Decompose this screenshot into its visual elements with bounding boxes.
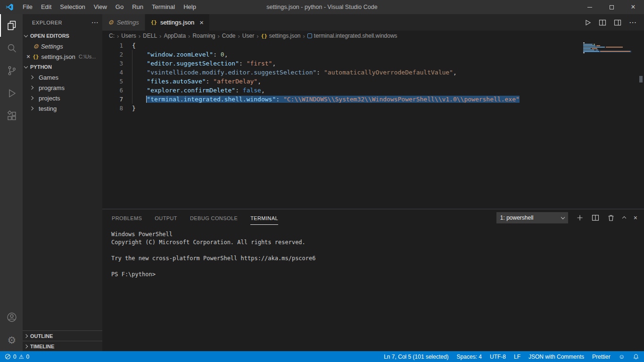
open-editor-item-settings-json[interactable]: × {} settings.json C:\Us... <box>23 51 102 62</box>
more-actions-icon[interactable]: ⋯ <box>629 19 636 26</box>
menu-terminal[interactable]: Terminal <box>148 0 179 14</box>
terminal-line <box>111 247 644 255</box>
code-editor[interactable]: 1{2 "window.zoomLevel": 0,3 "editor.sugg… <box>102 41 644 209</box>
feedback-icon[interactable]: ☺ <box>619 354 625 360</box>
folder-item-testing[interactable]: testing <box>23 103 102 114</box>
activity-accounts-button[interactable] <box>0 306 23 329</box>
close-button[interactable]: × <box>622 0 644 14</box>
breadcrumb-item[interactable]: terminal.integrated.shell.windows <box>314 33 397 39</box>
breadcrumb-item[interactable]: Users <box>121 33 136 39</box>
code-line[interactable]: 7 "terminal.integrated.shell.windows": "… <box>102 95 644 104</box>
activity-run-debug-button[interactable] <box>0 82 23 105</box>
menu-go[interactable]: Go <box>111 0 128 14</box>
folder-item-games[interactable]: Games <box>23 72 102 82</box>
scrollbar-decoration[interactable] <box>639 76 643 82</box>
terminal-output[interactable]: Windows PowerShellCopyright (C) Microsof… <box>102 226 644 351</box>
explorer-sidebar: EXPLORER ⋯ OPEN EDITORS ⚙ Settings × {} … <box>23 14 102 351</box>
code-line[interactable]: 3 "editor.suggestSelection": "first", <box>102 59 644 68</box>
activity-search-button[interactable] <box>0 37 23 59</box>
terminal-picker[interactable]: 1: powershell <box>496 212 568 223</box>
editor-layout-icon[interactable] <box>614 19 621 26</box>
menu-file[interactable]: File <box>18 0 37 14</box>
code-token: "explorer.confirmDelete" <box>147 87 235 94</box>
minimize-button[interactable] <box>579 0 601 14</box>
breadcrumb-item[interactable]: DELL <box>143 33 157 39</box>
tab-settings[interactable]: ⚙ Settings <box>102 14 145 31</box>
split-terminal-icon[interactable] <box>592 214 599 222</box>
code-token: : <box>206 78 214 85</box>
tab-label: settings.json <box>160 19 194 26</box>
menu-view[interactable]: View <box>90 0 111 14</box>
terminal-line: Copyright (C) Microsoft Corporation. All… <box>111 239 644 247</box>
breadcrumb-item[interactable]: C: <box>109 33 115 39</box>
breadcrumb-item[interactable]: Roaming <box>192 33 215 39</box>
tab-terminal[interactable]: TERMINAL <box>250 211 278 225</box>
kill-terminal-icon[interactable] <box>607 214 615 222</box>
code-token: , <box>272 60 276 67</box>
activity-extensions-button[interactable] <box>0 105 23 127</box>
close-panel-icon[interactable]: × <box>634 214 637 221</box>
encoding[interactable]: UTF-8 <box>490 354 506 360</box>
new-terminal-icon[interactable] <box>576 214 584 222</box>
breadcrumb-item[interactable]: Code <box>222 33 236 39</box>
cursor-position[interactable]: Ln 7, Col 5 (101 selected) <box>384 354 448 360</box>
timeline-section-header[interactable]: TIMELINE <box>23 341 102 351</box>
notifications-bell-icon[interactable] <box>633 354 639 360</box>
close-icon[interactable]: × <box>26 53 30 60</box>
activity-explorer-button[interactable] <box>0 14 23 37</box>
problems-indicator[interactable]: 0 ⚠ 0 <box>5 354 29 360</box>
menu-selection[interactable]: Selection <box>56 0 89 14</box>
open-editor-item-settings[interactable]: ⚙ Settings <box>23 41 102 51</box>
run-icon[interactable] <box>584 19 591 26</box>
menu-help[interactable]: Help <box>179 0 200 14</box>
activity-source-control-button[interactable] <box>0 59 23 82</box>
code-line[interactable]: 1{ <box>102 41 644 50</box>
tab-problems[interactable]: PROBLEMS <box>112 211 142 225</box>
folder-item-projects[interactable]: projects <box>23 93 102 103</box>
breadcrumb-item[interactable]: User <box>242 33 254 39</box>
folder-label: programs <box>39 84 65 91</box>
breadcrumb-item[interactable]: settings.json <box>269 33 301 39</box>
tab-debug-console[interactable]: DEBUG CONSOLE <box>190 211 238 225</box>
breadcrumb-item[interactable]: AppData <box>164 33 186 39</box>
menu-edit[interactable]: Edit <box>37 0 56 14</box>
formatter[interactable]: Prettier <box>592 354 611 360</box>
code-line[interactable]: 5 "files.autoSave": "afterDelay", <box>102 77 644 86</box>
code-line[interactable]: 2 "window.zoomLevel": 0, <box>102 50 644 59</box>
outline-label: OUTLINE <box>30 333 53 339</box>
tab-output[interactable]: OUTPUT <box>155 211 177 225</box>
code-token: "files.autoSave" <box>147 78 206 85</box>
code-lines: 1{2 "window.zoomLevel": 0,3 "editor.sugg… <box>102 41 644 113</box>
split-editor-icon[interactable] <box>599 19 606 26</box>
code-token: "afterDelay" <box>213 78 257 85</box>
outline-section-header[interactable]: OUTLINE <box>23 330 102 341</box>
sidebar-more-actions-button[interactable]: ⋯ <box>91 18 99 27</box>
maximize-panel-icon[interactable] <box>622 216 626 220</box>
open-editors-section-header[interactable]: OPEN EDITORS <box>23 31 102 41</box>
code-line[interactable]: 4 "vsintellicode.modify.editor.suggestSe… <box>102 68 644 77</box>
open-editors-label: OPEN EDITORS <box>30 33 69 39</box>
workspace-section-header[interactable]: PYTHON <box>23 62 102 72</box>
code-token: false <box>243 87 261 94</box>
line-content: { <box>123 41 136 50</box>
maximize-button[interactable] <box>601 0 622 14</box>
code-token: } <box>132 105 136 112</box>
menu-run[interactable]: Run <box>128 0 148 14</box>
activity-settings-button[interactable]: ⚙ <box>0 329 23 351</box>
line-content: } <box>123 104 136 113</box>
breadcrumb-separator: › <box>117 33 119 40</box>
folder-item-programs[interactable]: programs <box>23 82 102 93</box>
eol-indicator[interactable]: LF <box>514 354 520 360</box>
tab-settings-json[interactable]: {} settings.json × <box>145 14 209 31</box>
line-number: 5 <box>102 77 123 86</box>
warnings-count: 0 <box>26 354 29 360</box>
indentation[interactable]: Spaces: 4 <box>457 354 482 360</box>
close-icon[interactable]: × <box>199 19 204 26</box>
folder-label: testing <box>39 105 57 112</box>
language-mode[interactable]: JSON with Comments <box>528 354 584 360</box>
terminal-line: Windows PowerShell <box>111 230 644 239</box>
code-line[interactable]: 6 "explorer.confirmDelete": false, <box>102 86 644 95</box>
code-line[interactable]: 8} <box>102 104 644 113</box>
code-token: "window.zoomLevel" <box>147 51 213 58</box>
minimap[interactable] <box>583 42 637 55</box>
